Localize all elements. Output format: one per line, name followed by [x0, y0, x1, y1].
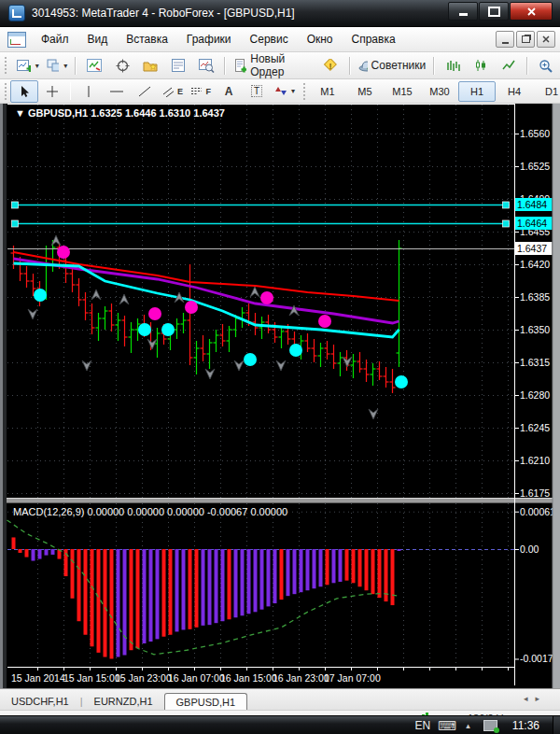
keyboard-icon[interactable]: ⌨ [438, 718, 456, 733]
svg-text:1.6385: 1.6385 [520, 291, 550, 303]
chart-area[interactable]: ▼ GBPUSD,H1 1.6325 1.6446 1.6310 1.64371… [0, 104, 560, 688]
list-panel-icon [172, 59, 186, 72]
channel-tool[interactable]: E [159, 80, 187, 103]
profiles-button[interactable]: ▾ [43, 54, 71, 77]
cursor-tool-button[interactable] [10, 80, 38, 103]
svg-text:0.00061: 0.00061 [520, 506, 555, 517]
toolbar-grip [303, 83, 305, 100]
svg-text:1.6464: 1.6464 [517, 218, 547, 229]
arrows-tool-button[interactable]: ▾ [271, 80, 299, 103]
menu-insert[interactable]: Вставка [117, 29, 177, 49]
new-chart-icon [17, 59, 31, 73]
child-minimize-button[interactable] [496, 31, 514, 48]
folder-star-icon [143, 59, 158, 72]
templates-button[interactable] [136, 54, 164, 77]
new-chart-button[interactable]: ▾ [13, 54, 43, 77]
child-restore-button[interactable] [516, 31, 535, 48]
advisor-hat-icon [358, 59, 367, 72]
crosshair-tool-button[interactable] [38, 80, 66, 103]
menu-tools[interactable]: Сервис [241, 29, 298, 49]
tray-expand-icon[interactable]: ▴ [466, 721, 470, 730]
alerts-button[interactable]: ! [317, 54, 345, 77]
market-watch-button[interactable] [164, 54, 192, 77]
show-desktop-button[interactable] [553, 716, 560, 734]
drawing-toolbar: E F A T ▾ M1 M5 M15 M30 H1 H4 D1 W1 MN [0, 79, 560, 104]
svg-text:17 Jan 07:00: 17 Jan 07:00 [324, 672, 381, 684]
svg-text:1.6420: 1.6420 [520, 259, 550, 270]
mt4-window: 3014953: MetaTrader 4 - RoboForex - [GBP… [0, 0, 560, 734]
svg-text:1.6245: 1.6245 [520, 422, 550, 433]
text-tool[interactable]: A [215, 80, 243, 103]
separator [224, 57, 226, 75]
timeframe-m15[interactable]: M15 [384, 81, 421, 102]
dropdown-icon[interactable]: ▾ [291, 87, 295, 95]
menu-window[interactable]: Окно [298, 29, 343, 49]
advisors-label: Советники [371, 59, 427, 72]
alert-diamond-icon: ! [323, 59, 341, 73]
fibonacci-tool[interactable]: F [187, 80, 215, 103]
child-close-button[interactable] [537, 31, 555, 48]
network-status-icon[interactable] [483, 720, 497, 731]
menu-view[interactable]: Вид [78, 29, 118, 49]
language-indicator[interactable]: EN [414, 719, 430, 732]
vline-icon [84, 85, 93, 98]
chart-system-menu-icon[interactable] [7, 32, 26, 48]
menu-charts[interactable]: Графики [177, 29, 241, 49]
timeframe-m5[interactable]: M5 [346, 81, 384, 102]
vertical-line-tool[interactable] [75, 80, 103, 103]
close-icon [527, 7, 536, 16]
menu-help[interactable]: Справка [343, 29, 405, 49]
horizontal-line-tool[interactable] [103, 80, 131, 103]
tick-chart-button[interactable] [80, 54, 108, 77]
svg-text:1.6437: 1.6437 [517, 243, 547, 254]
channel-label: E [177, 87, 183, 96]
tab-usdchf[interactable]: USDCHF,H1 [0, 693, 80, 710]
timeframe-d1[interactable]: D1 [533, 81, 560, 102]
bar-chart-button[interactable] [439, 54, 467, 77]
separator [433, 57, 435, 75]
tab-scroll-right[interactable]: ▸ [535, 694, 547, 703]
trendline-tool[interactable] [131, 80, 159, 103]
menu-bar: Файл Вид Вставка Графики Сервис Окно Спр… [0, 27, 560, 52]
dropdown-icon[interactable]: ▾ [63, 62, 67, 70]
timeframe-h4[interactable]: H4 [496, 81, 533, 102]
menu-file[interactable]: Файл [32, 29, 78, 49]
svg-text:▼ GBPUSD,H1 1.6325 1.6446 1.6: ▼ GBPUSD,H1 1.6325 1.6446 1.6310 1.6437 [15, 107, 225, 119]
timeframe-h1[interactable]: H1 [458, 81, 496, 102]
close-button[interactable] [510, 2, 553, 21]
standard-toolbar: ▾ ▾ [0, 52, 560, 79]
target-icon [116, 59, 130, 73]
timeframe-m1[interactable]: M1 [309, 81, 346, 102]
channel-icon [162, 86, 174, 97]
svg-text:1.6560: 1.6560 [520, 128, 550, 139]
expert-advisors-button[interactable]: Советники [355, 54, 429, 77]
toolbar-grip [5, 83, 7, 100]
navigator-button[interactable] [192, 54, 220, 77]
tab-gbpusd[interactable]: GBPUSD,H1 [164, 693, 248, 711]
text-label-tool[interactable]: T [243, 80, 271, 103]
profiles-icon [47, 59, 59, 72]
candlestick-chart-button[interactable] [467, 54, 495, 77]
dropdown-icon[interactable]: ▾ [35, 62, 39, 70]
title-bar: 3014953: MetaTrader 4 - RoboForex - [GBP… [0, 0, 560, 27]
new-order-button[interactable]: Новый Ордер [230, 54, 317, 77]
price-chart-canvas[interactable]: ▼ GBPUSD,H1 1.6325 1.6446 1.6310 1.64371… [0, 104, 560, 688]
minimize-button[interactable] [448, 2, 478, 21]
tab-eurnzd[interactable]: EURNZD,H1 [83, 693, 164, 710]
crosshair-icon [46, 85, 59, 98]
line-chart-button[interactable] [495, 54, 523, 77]
maximize-icon [488, 7, 500, 17]
svg-text:15 Jan 2014: 15 Jan 2014 [11, 672, 65, 684]
crosshair-mode-button[interactable] [108, 54, 136, 77]
close-icon [542, 35, 550, 43]
maximize-button[interactable] [479, 2, 509, 21]
new-order-label: Новый Ордер [250, 52, 314, 78]
taskbar-clock[interactable]: 11:36 [512, 719, 539, 732]
svg-text:1.6484: 1.6484 [517, 199, 547, 210]
timeframe-m30[interactable]: M30 [421, 81, 458, 102]
zoom-in-button[interactable] [532, 54, 560, 77]
hline-icon [109, 85, 124, 98]
svg-text:1.6210: 1.6210 [520, 455, 550, 466]
minimize-icon [459, 13, 468, 16]
tab-scroll-left[interactable]: ◂ [524, 694, 536, 703]
